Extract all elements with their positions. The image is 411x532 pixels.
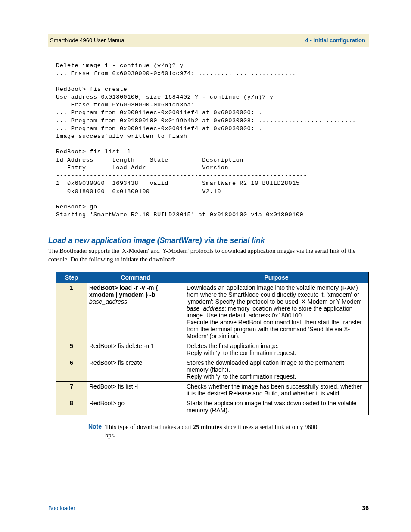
table-header-row: Step Command Purpose	[56, 272, 369, 283]
purpose-cell: Checks whether the image has been succes…	[184, 381, 369, 398]
command-cell: RedBoot> fis create	[87, 358, 184, 381]
command-cell: RedBoot> fis delete -n 1	[87, 341, 184, 358]
purpose-cell: Stores the downloaded application image …	[184, 358, 369, 381]
command-italic: base_address	[89, 298, 127, 305]
step-number: 5	[56, 341, 87, 358]
col-command: Command	[87, 272, 184, 283]
table-row: 8 RedBoot> go Starts the application ima…	[56, 398, 369, 415]
step-number: 1	[56, 283, 87, 341]
page-footer: Bootloader 36	[48, 504, 369, 511]
steps-table: Step Command Purpose 1 RedBoot> load -r …	[56, 272, 369, 415]
purpose-cell: Starts the application image that was do…	[184, 398, 369, 415]
table-row: 6 RedBoot> fis create Stores the downloa…	[56, 358, 369, 381]
console-output: Delete image 1 - continue (y/n)? y ... E…	[56, 62, 369, 219]
chapter-title: 4 • Initial configuration	[305, 37, 365, 44]
purpose-pre: Downloads an application image into the …	[187, 284, 362, 305]
note-label: Note	[78, 423, 105, 440]
note-pre: This type of download takes about	[105, 423, 193, 430]
step-number: 7	[56, 381, 87, 398]
footer-section: Bootloader	[48, 505, 75, 511]
table-row: 7 RedBoot> fis list -l Checks whether th…	[56, 381, 369, 398]
note-bold: 25 minutes	[193, 423, 222, 430]
section-paragraph: The Bootloader supports the 'X-Modem' an…	[48, 247, 369, 264]
command-cell: RedBoot> fis list -l	[87, 381, 184, 398]
table-row: 5 RedBoot> fis delete -n 1 Deletes the f…	[56, 341, 369, 358]
col-purpose: Purpose	[184, 272, 369, 283]
table-row: 1 RedBoot> load -r -v -m { xmodem | ymod…	[56, 283, 369, 341]
doc-title: SmartNode 4960 User Manual	[50, 37, 126, 44]
step-number: 8	[56, 398, 87, 415]
section-heading: Load a new application image (SmartWare)…	[48, 236, 369, 245]
purpose-italic: base_address	[187, 305, 224, 312]
command-cell: RedBoot> load -r -v -m { xmodem | ymodem…	[87, 283, 184, 341]
purpose-cell: Downloads an application image into the …	[184, 283, 369, 341]
col-step: Step	[56, 272, 87, 283]
note-text: This type of download takes about 25 min…	[105, 423, 325, 440]
header-band: SmartNode 4960 User Manual 4 • Initial c…	[48, 34, 369, 47]
note-block: Note This type of download takes about 2…	[78, 423, 369, 440]
page: SmartNode 4960 User Manual 4 • Initial c…	[0, 0, 411, 532]
step-number: 6	[56, 358, 87, 381]
command-bold: RedBoot> load -r -v -m { xmodem | ymodem…	[89, 284, 158, 298]
purpose-cell: Deletes the first application image. Rep…	[184, 341, 369, 358]
command-cell: RedBoot> go	[87, 398, 184, 415]
page-number: 36	[362, 504, 369, 511]
